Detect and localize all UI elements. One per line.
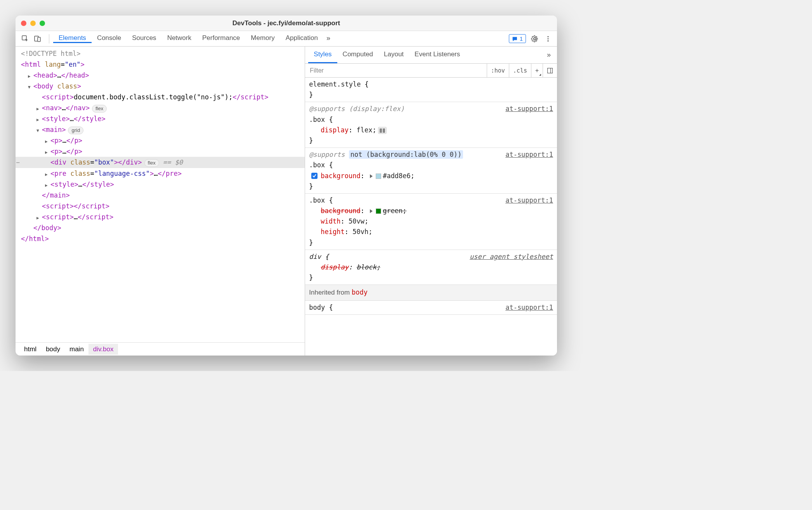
expand-icon[interactable]	[370, 174, 373, 178]
breadcrumb-bar: html body main div.box	[16, 342, 305, 356]
crumb-main[interactable]: main	[65, 344, 88, 355]
svg-rect-6	[548, 68, 553, 73]
issues-badge[interactable]: 1	[509, 34, 526, 43]
tab-console[interactable]: Console	[92, 34, 127, 43]
settings-icon[interactable]	[531, 35, 539, 43]
svg-point-3	[547, 36, 548, 37]
styles-more-tabs-icon[interactable]: »	[544, 51, 554, 59]
dom-line[interactable]: </body>	[16, 222, 305, 233]
styles-tabs: Styles Computed Layout Event Listeners »	[305, 47, 557, 64]
tab-application[interactable]: Application	[280, 34, 323, 43]
main-toolbar: Elements Console Sources Network Perform…	[16, 31, 557, 47]
layout-badge[interactable]: flex	[92, 105, 107, 113]
svg-rect-2	[38, 37, 40, 42]
hov-toggle[interactable]: :hov	[487, 64, 509, 77]
tab-computed[interactable]: Computed	[337, 47, 378, 63]
expand-icon[interactable]	[370, 209, 373, 213]
dom-line[interactable]: ▶<script>…</script>	[16, 212, 305, 222]
css-rule[interactable]: user agent stylesheetdiv {display: block…	[305, 250, 557, 285]
svg-point-5	[547, 40, 548, 41]
doctype-line: <!DOCTYPE html>	[16, 48, 305, 59]
main-content: <!DOCTYPE html> <html lang="en"> ▶<head>…	[16, 47, 557, 356]
layout-badge[interactable]: grid	[68, 127, 83, 134]
dom-line[interactable]: ▼<body class>	[16, 81, 305, 92]
dom-line[interactable]: ▶<p>…</p>	[16, 135, 305, 146]
dom-line[interactable]: ▶<p>…</p>	[16, 146, 305, 157]
styles-pane: Styles Computed Layout Event Listeners »…	[305, 47, 557, 356]
dom-line[interactable]: ▶<style>…</style>	[16, 113, 305, 124]
new-style-rule-button[interactable]: +	[531, 64, 543, 77]
color-swatch-icon[interactable]	[376, 173, 381, 179]
tab-styles[interactable]: Styles	[308, 47, 337, 63]
window-titlebar: DevTools - jec.fyi/demo/at-support	[16, 16, 557, 31]
dom-line[interactable]: <script></script>	[16, 201, 305, 212]
source-link[interactable]: at-support:1	[505, 149, 553, 160]
crumb-body[interactable]: body	[41, 344, 65, 355]
styles-rules[interactable]: element.style {}at-support:1@supports (d…	[305, 78, 557, 356]
inherited-from-bar: Inherited from body	[305, 285, 557, 300]
tab-memory[interactable]: Memory	[245, 34, 280, 43]
color-swatch-icon[interactable]	[376, 208, 381, 214]
css-rule[interactable]: at-support:1body {	[305, 301, 557, 315]
main-tabs: Elements Console Sources Network Perform…	[53, 34, 333, 43]
elements-pane: <!DOCTYPE html> <html lang="en"> ▶<head>…	[16, 47, 305, 356]
inspect-element-icon[interactable]	[20, 34, 30, 44]
more-tabs-icon[interactable]: »	[323, 34, 333, 43]
tab-elements[interactable]: Elements	[53, 34, 92, 43]
issues-count: 1	[520, 35, 523, 42]
dom-line[interactable]: ▶<pre class="language-css">…</pre>	[16, 168, 305, 179]
tab-performance[interactable]: Performance	[197, 34, 245, 43]
tab-layout[interactable]: Layout	[378, 47, 409, 63]
dom-line[interactable]: ▼<main>grid	[16, 124, 305, 135]
dom-line[interactable]: </main>	[16, 190, 305, 201]
css-rule[interactable]: at-support:1@supports not (background:la…	[305, 148, 557, 194]
dom-tree[interactable]: <!DOCTYPE html> <html lang="en"> ▶<head>…	[16, 47, 305, 342]
svg-point-4	[547, 38, 548, 39]
styles-filter-bar: :hov .cls +	[305, 64, 557, 78]
tab-sources[interactable]: Sources	[127, 34, 161, 43]
checkbox-icon[interactable]	[311, 173, 318, 179]
dom-line[interactable]: ▶<style>…</style>	[16, 179, 305, 190]
dom-line[interactable]: ▶<nav>…</nav>flex	[16, 102, 305, 113]
tab-network[interactable]: Network	[162, 34, 197, 43]
tab-event-listeners[interactable]: Event Listeners	[409, 47, 465, 63]
dom-line[interactable]: <script>document.body.classList.toggle("…	[16, 92, 305, 102]
dom-line[interactable]: <div class="box"></div>flex== $0	[16, 157, 305, 168]
html-close[interactable]: </html>	[16, 233, 305, 244]
toolbar-separator	[49, 34, 49, 43]
css-rule[interactable]: element.style {}	[305, 78, 557, 102]
source-link[interactable]: at-support:1	[505, 104, 553, 114]
dom-line[interactable]: ▶<head>…</head>	[16, 70, 305, 81]
filter-input[interactable]	[305, 64, 486, 77]
css-rule[interactable]: at-support:1.box {background: green;widt…	[305, 194, 557, 250]
computed-styles-toggle-icon[interactable]	[543, 64, 557, 77]
crumb-html[interactable]: html	[19, 344, 41, 355]
window-title: DevTools - jec.fyi/demo/at-support	[16, 19, 557, 27]
html-open[interactable]: <html lang="en">	[16, 59, 305, 70]
cls-toggle[interactable]: .cls	[509, 64, 531, 77]
device-toggle-icon[interactable]	[33, 34, 43, 44]
source-link[interactable]: user agent stylesheet	[470, 252, 553, 262]
crumb-divbox[interactable]: div.box	[88, 344, 118, 355]
css-rule[interactable]: at-support:1@supports (display:flex).box…	[305, 102, 557, 148]
source-link[interactable]: at-support:1	[505, 195, 553, 206]
devtools-window: DevTools - jec.fyi/demo/at-support Eleme…	[16, 16, 557, 356]
flexbox-editor-icon[interactable]	[378, 127, 387, 134]
more-options-icon[interactable]	[544, 35, 552, 43]
layout-badge[interactable]: flex	[144, 159, 159, 167]
source-link[interactable]: at-support:1	[505, 302, 553, 313]
